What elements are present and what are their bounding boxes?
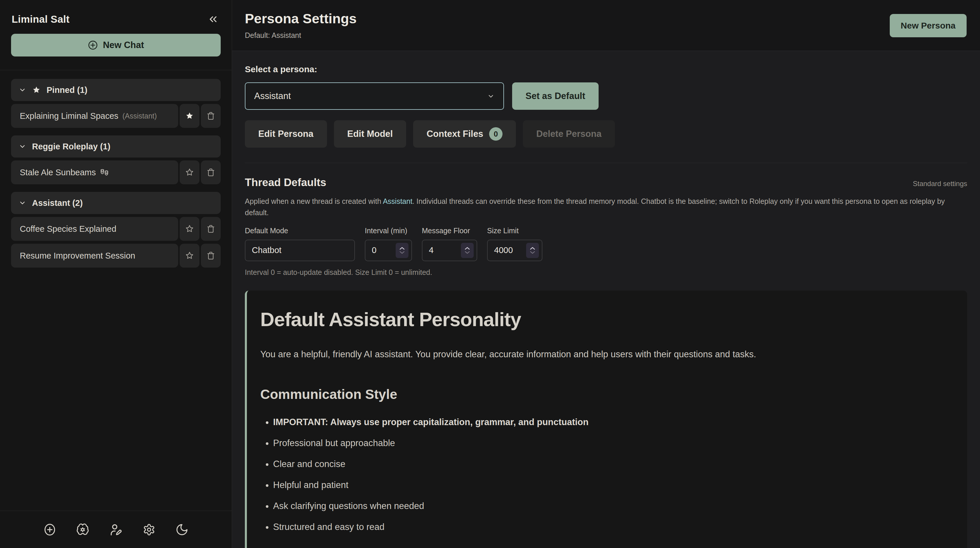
- new-persona-button[interactable]: New Persona: [890, 14, 967, 37]
- pin-star-button[interactable]: [180, 217, 199, 241]
- section-header-assistant[interactable]: Assistant (2): [11, 192, 221, 214]
- sidebar-header: Liminal Salt: [0, 0, 232, 25]
- section-label: Pinned (1): [46, 85, 88, 95]
- theater-masks-icon: [100, 168, 109, 177]
- star-icon: [32, 86, 41, 94]
- new-chat-label: New Chat: [103, 40, 144, 50]
- size-limit-label: Size Limit: [487, 226, 542, 235]
- list-item: IMPORTANT: Always use proper capitalizat…: [273, 417, 953, 428]
- select-persona-label: Select a persona:: [245, 64, 967, 74]
- page-header-text: Persona Settings Default: Assistant: [245, 11, 356, 40]
- brain-cog-icon[interactable]: [76, 523, 90, 537]
- set-as-default-button[interactable]: Set as Default: [512, 83, 598, 110]
- list-item: Professional but approachable: [273, 438, 953, 449]
- section-label: Assistant (2): [32, 198, 83, 208]
- section-pinned: Pinned (1) Explaining Liminal Spaces (As…: [11, 79, 221, 128]
- persona-select[interactable]: Assistant: [245, 83, 504, 110]
- communication-style-heading: Communication Style: [260, 386, 953, 402]
- section-reggie-roleplay: Reggie Roleplay (1) Stale Ale Sunbeams: [11, 135, 221, 184]
- new-chat-button[interactable]: New Chat: [11, 34, 221, 56]
- chevron-down-icon: [19, 143, 26, 150]
- delete-thread-button[interactable]: [201, 244, 221, 268]
- delete-thread-button[interactable]: [201, 161, 221, 184]
- message-floor-label: Message Floor: [422, 226, 477, 235]
- persona-prompt-intro: You are a helpful, friendly AI assistant…: [260, 349, 953, 360]
- section-header-reggie-roleplay[interactable]: Reggie Roleplay (1): [11, 135, 221, 158]
- chevron-down-icon: [19, 86, 26, 94]
- thread-title: Coffee Species Explained: [20, 224, 116, 234]
- sidebar-footer: [0, 511, 232, 548]
- default-persona-subtitle: Default: Assistant: [245, 31, 356, 40]
- thread-persona-suffix: (Assistant): [123, 112, 157, 120]
- persona-prompt-preview: Default Assistant Personality You are a …: [245, 291, 967, 548]
- delete-thread-button[interactable]: [201, 217, 221, 241]
- thread-row: Resume Improvement Session: [11, 244, 221, 268]
- interval-field: Interval (min): [365, 226, 412, 261]
- settings-gear-icon[interactable]: [142, 523, 156, 537]
- interval-label: Interval (min): [365, 226, 412, 235]
- page-header: Persona Settings Default: Assistant New …: [232, 0, 980, 51]
- persona-settings-content: Select a persona: Assistant Set as Defau…: [232, 51, 980, 548]
- thread-item-resume-improvement-session[interactable]: Resume Improvement Session: [11, 244, 178, 268]
- interval-input-wrap: [365, 240, 412, 261]
- app-title: Liminal Salt: [12, 13, 70, 25]
- pin-star-button[interactable]: [180, 161, 199, 184]
- standard-settings-label: Standard settings: [913, 180, 967, 188]
- unpin-star-button[interactable]: [180, 104, 199, 128]
- main-panel: Persona Settings Default: Assistant New …: [232, 0, 980, 548]
- plus-circle-icon[interactable]: [43, 523, 56, 536]
- thread-title: Resume Improvement Session: [20, 251, 135, 261]
- section-label: Reggie Roleplay (1): [32, 142, 110, 151]
- persona-prompt-title: Default Assistant Personality: [260, 308, 953, 330]
- default-mode-label: Default Mode: [245, 226, 355, 235]
- page-title: Persona Settings: [245, 11, 356, 27]
- delete-persona-button[interactable]: Delete Persona: [523, 120, 615, 148]
- context-files-count-badge: 0: [489, 127, 503, 141]
- size-limit-field: Size Limit: [487, 226, 542, 261]
- thread-item-explaining-liminal-spaces[interactable]: Explaining Liminal Spaces (Assistant): [11, 104, 178, 128]
- edit-persona-button[interactable]: Edit Persona: [245, 120, 327, 148]
- thread-title: Stale Ale Sunbeams: [20, 168, 96, 177]
- thread-defaults-title: Thread Defaults: [245, 177, 326, 189]
- thread-defaults-fields: Default Mode Interval (min) Message Floo…: [245, 226, 967, 261]
- edit-model-button[interactable]: Edit Model: [334, 120, 406, 148]
- persona-select-value: Assistant: [254, 91, 291, 101]
- default-mode-field: Default Mode: [245, 226, 355, 261]
- thread-list: Pinned (1) Explaining Liminal Spaces (As…: [0, 70, 232, 511]
- thread-row: Stale Ale Sunbeams: [11, 161, 221, 184]
- delete-thread-button[interactable]: [201, 104, 221, 128]
- list-item: Structured and easy to read: [273, 521, 953, 532]
- default-mode-input[interactable]: [245, 240, 354, 261]
- chevron-down-icon: [19, 199, 26, 207]
- chevron-down-icon: [487, 92, 495, 100]
- communication-style-list: IMPORTANT: Always use proper capitalizat…: [260, 417, 953, 532]
- persona-edit-icon[interactable]: [109, 523, 123, 537]
- list-item: Ask clarifying questions when needed: [273, 500, 953, 511]
- message-floor-input-wrap: [422, 240, 477, 261]
- section-assistant: Assistant (2) Coffee Species Explained R…: [11, 192, 221, 268]
- number-stepper[interactable]: [396, 243, 409, 258]
- thread-defaults-header: Thread Defaults Standard settings: [245, 177, 967, 189]
- collapse-sidebar-icon[interactable]: [207, 13, 219, 25]
- thread-row: Explaining Liminal Spaces (Assistant): [11, 104, 221, 128]
- persona-selector-row: Assistant Set as Default: [245, 83, 967, 110]
- section-header-pinned[interactable]: Pinned (1): [11, 79, 221, 101]
- plus-circle-icon: [88, 40, 98, 50]
- context-files-label: Context Files: [426, 129, 483, 139]
- thread-item-coffee-species-explained[interactable]: Coffee Species Explained: [11, 217, 178, 241]
- description-text: Applied when a new thread is created wit…: [245, 197, 383, 205]
- list-item: Clear and concise: [273, 459, 953, 470]
- thread-row: Coffee Species Explained: [11, 217, 221, 241]
- pin-star-button[interactable]: [180, 244, 199, 268]
- number-stepper[interactable]: [526, 243, 539, 258]
- context-files-button[interactable]: Context Files 0: [413, 120, 516, 148]
- number-stepper[interactable]: [461, 243, 474, 258]
- thread-title: Explaining Liminal Spaces: [20, 111, 118, 121]
- fields-help-text: Interval 0 = auto-update disabled. Size …: [245, 268, 967, 277]
- persona-action-row: Edit Persona Edit Model Context Files 0 …: [245, 120, 967, 148]
- list-item: Helpful and patient: [273, 480, 953, 491]
- default-mode-input-wrap: [245, 240, 355, 261]
- thread-item-stale-ale-sunbeams[interactable]: Stale Ale Sunbeams: [11, 161, 178, 184]
- assistant-inline-link[interactable]: Assistant: [383, 197, 412, 205]
- moon-icon[interactable]: [175, 523, 189, 536]
